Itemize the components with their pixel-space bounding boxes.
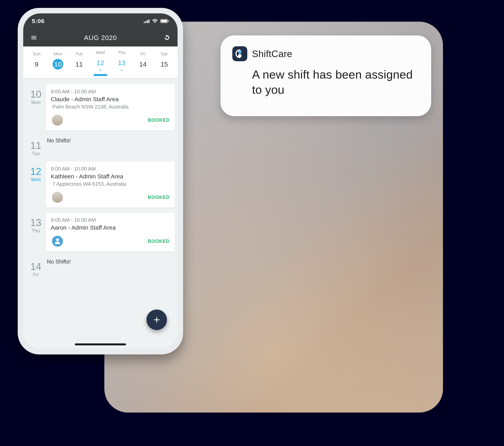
week-day-label: Tue	[75, 51, 83, 56]
date-number: 13	[30, 218, 41, 228]
shift-card[interactable]: 9:00 AM - 10:00 AMClaude - Admin Staff A…	[46, 84, 175, 130]
date-dow: Fri	[33, 272, 38, 278]
shift-footer: BOOKED	[51, 115, 170, 126]
shift-status: BOOKED	[148, 239, 170, 244]
status-bar: 5:06	[23, 13, 178, 29]
no-shifts-label: No Shifts!	[46, 135, 175, 144]
shift-time: 9:00 AM - 10:00 AM	[51, 89, 170, 95]
card-column: 9:00 AM - 10:00 AMClaude - Admin Staff A…	[46, 84, 175, 130]
week-day-label: Fri	[140, 51, 145, 56]
date-dow: Wed	[31, 177, 41, 182]
shift-card[interactable]: 9:00 AM - 10:00 AMAaron - Admin Staff Ar…	[46, 213, 175, 251]
notification-header: ShiftCare	[232, 46, 417, 61]
card-column: 9:00 AM - 10:00 AMAaron - Admin Staff Ar…	[46, 213, 175, 251]
shift-status: BOOKED	[148, 117, 170, 123]
date-dow: Thu	[32, 228, 40, 234]
week-day-number: 9	[31, 59, 42, 70]
status-indicators	[144, 19, 169, 23]
week-day-sun[interactable]: Sun9	[28, 51, 45, 70]
hamburger-icon	[31, 34, 37, 41]
home-indicator[interactable]	[75, 343, 126, 345]
svg-rect-4	[147, 20, 148, 23]
card-column: 9:00 AM - 10:00 AMKathleen - Admin Staff…	[46, 162, 175, 207]
shift-address: Palm Beach NSW 2108, Australia	[51, 104, 170, 110]
notification-toast[interactable]: ShiftCare A new shift has been assigned …	[220, 36, 431, 116]
week-day-label: Thu	[118, 50, 126, 55]
svg-rect-7	[168, 20, 169, 22]
status-time: 5:06	[32, 18, 44, 24]
day-block: 11TueNo Shifts!	[26, 134, 175, 160]
card-column: No Shifts!	[46, 257, 175, 278]
date-column: 12Wed	[26, 162, 46, 207]
shift-card[interactable]: 9:00 AM - 10:00 AMKathleen - Admin Staff…	[46, 162, 175, 207]
week-strip: Sun9Mon10Tue11Wed12Thu13Fri14Sat15	[23, 46, 178, 78]
avatar	[52, 115, 63, 126]
date-number: 11	[30, 141, 41, 150]
add-shift-fab[interactable]: +	[146, 310, 167, 330]
week-day-number: 15	[159, 59, 169, 70]
date-column: 11Tue	[26, 135, 46, 156]
date-dow: Mon	[31, 100, 40, 105]
shift-footer: BOOKED	[51, 192, 170, 203]
signal-icon	[144, 19, 150, 23]
week-day-number: 13	[116, 57, 127, 68]
svg-rect-3	[145, 21, 146, 23]
avatar-placeholder-icon	[52, 236, 63, 247]
week-day-sat[interactable]: Sat15	[156, 51, 172, 70]
phone-frame: 5:06	[18, 8, 183, 354]
phone-screen: 5:06	[23, 13, 178, 349]
refresh-button[interactable]	[163, 33, 171, 42]
shift-time: 9:00 AM - 10:00 AM	[51, 166, 170, 172]
date-column: 14Fri	[26, 257, 46, 278]
svg-rect-5	[148, 19, 149, 23]
week-day-number: 11	[74, 59, 85, 70]
event-dot-icon	[100, 70, 101, 71]
shift-footer: BOOKED	[51, 236, 170, 247]
week-day-number: 10	[53, 59, 63, 70]
week-day-label: Sun	[33, 51, 40, 56]
notification-app-name: ShiftCare	[252, 48, 292, 59]
shift-title: Claude - Admin Staff Area	[51, 96, 170, 103]
day-block: 10Mon9:00 AM - 10:00 AMClaude - Admin St…	[26, 83, 175, 134]
app-header: AUG 2020	[23, 29, 178, 46]
shift-address: 7 Applecross WA 6153, Australia	[51, 181, 170, 187]
battery-icon	[160, 19, 169, 23]
date-column: 13Thu	[26, 213, 46, 251]
week-day-label: Sat	[161, 51, 167, 56]
shift-list[interactable]: 10Mon9:00 AM - 10:00 AMClaude - Admin St…	[23, 78, 178, 349]
week-day-label: Mon	[54, 51, 62, 56]
week-day-mon[interactable]: Mon10	[50, 51, 66, 70]
week-day-label: Wed	[96, 50, 105, 55]
avatar	[52, 192, 63, 203]
svg-rect-2	[144, 22, 145, 23]
date-number: 10	[30, 89, 41, 99]
date-column: 10Mon	[26, 84, 46, 130]
shift-title: Kathleen - Admin Staff Area	[51, 173, 170, 180]
no-shifts-label: No Shifts!	[46, 257, 175, 265]
refresh-icon	[164, 34, 170, 41]
day-block: 12Wed9:00 AM - 10:00 AMKathleen - Admin …	[26, 160, 175, 211]
shift-status: BOOKED	[148, 195, 170, 200]
shift-title: Aaron - Admin Staff Area	[51, 224, 170, 231]
shift-time: 9:00 AM - 10:00 AM	[51, 217, 170, 223]
week-day-thu[interactable]: Thu13	[113, 50, 130, 71]
notification-message: A new shift has been assigned to you	[232, 67, 417, 97]
event-dot-icon	[121, 70, 122, 71]
day-block: 14FriNo Shifts!	[26, 255, 175, 281]
week-day-fri[interactable]: Fri14	[135, 51, 151, 70]
menu-button[interactable]	[30, 33, 38, 42]
week-row: Sun9Mon10Tue11Wed12Thu13Fri14Sat15	[26, 50, 175, 71]
date-number: 12	[30, 167, 41, 176]
header-title: AUG 2020	[84, 34, 117, 41]
shiftcare-app-icon	[232, 46, 247, 61]
week-strip-handle[interactable]	[93, 74, 107, 76]
svg-rect-8	[161, 20, 167, 22]
week-day-wed[interactable]: Wed12	[92, 50, 109, 71]
day-block: 13Thu9:00 AM - 10:00 AMAaron - Admin Sta…	[26, 211, 175, 255]
week-day-number: 14	[138, 59, 148, 70]
date-number: 14	[30, 262, 41, 272]
date-dow: Tue	[32, 151, 40, 156]
week-day-tue[interactable]: Tue11	[71, 51, 88, 70]
card-column: No Shifts!	[46, 135, 175, 156]
week-day-number: 12	[95, 57, 106, 68]
